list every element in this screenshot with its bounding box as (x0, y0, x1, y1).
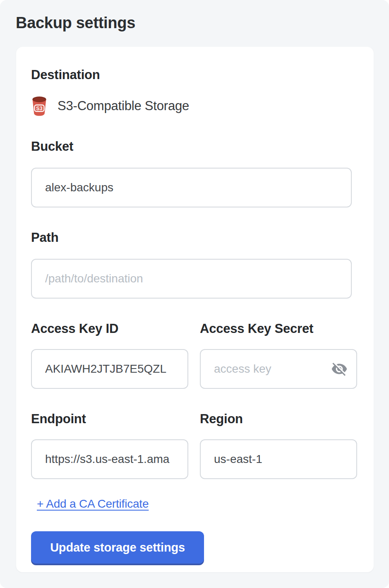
path-input[interactable] (31, 259, 352, 299)
endpoint-label: Endpoint (31, 412, 188, 427)
page-title: Backup settings (0, 0, 389, 32)
update-storage-settings-button[interactable]: Update storage settings (31, 531, 204, 564)
endpoint-region-row: Endpoint Region (31, 412, 357, 479)
backup-settings-card: Destination S3 S3-Compatible Storage Buc… (16, 47, 374, 572)
region-input[interactable] (200, 439, 357, 479)
region-field: Region (200, 412, 357, 479)
access-key-id-input[interactable] (31, 349, 188, 389)
access-key-secret-input-wrap (200, 349, 357, 389)
eye-off-icon[interactable] (331, 360, 348, 378)
destination-label: Destination (31, 67, 357, 82)
path-label: Path (31, 230, 357, 245)
destination-value: S3-Compatible Storage (58, 99, 189, 113)
access-key-id-label: Access Key ID (31, 321, 188, 336)
endpoint-field: Endpoint (31, 412, 188, 479)
access-key-secret-label: Access Key Secret (200, 321, 357, 336)
s3-bucket-icon: S3 (31, 96, 48, 116)
svg-text:S3: S3 (36, 106, 42, 111)
bucket-label: Bucket (31, 139, 357, 154)
destination-row: S3 S3-Compatible Storage (31, 96, 357, 116)
endpoint-input[interactable] (31, 439, 188, 479)
add-ca-certificate-link[interactable]: + Add a CA Certificate (37, 497, 149, 511)
access-key-row: Access Key ID Access Key Secret (31, 321, 357, 389)
bucket-input[interactable] (31, 168, 352, 207)
region-label: Region (200, 412, 357, 427)
access-key-secret-field: Access Key Secret (200, 321, 357, 389)
access-key-id-field: Access Key ID (31, 321, 188, 389)
backup-settings-page: Backup settings Destination S3 S3-Compat… (0, 0, 389, 588)
